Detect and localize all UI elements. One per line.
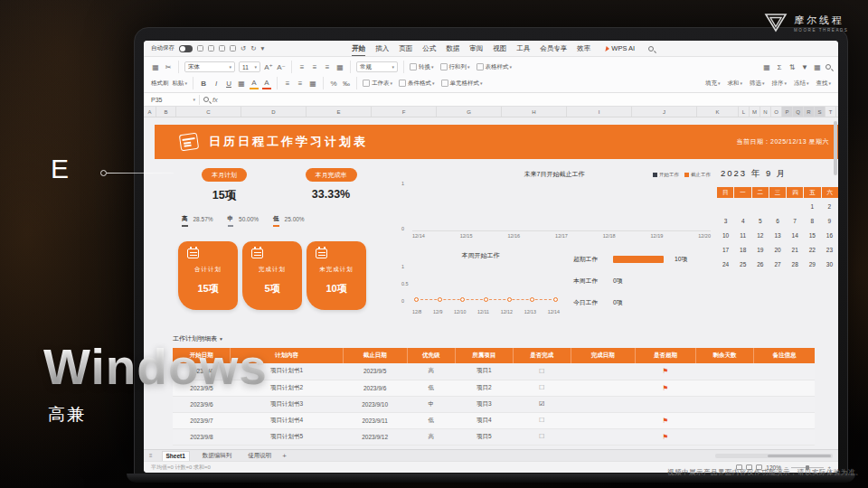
- day-cell[interactable]: 14: [787, 229, 804, 243]
- table-header-cell[interactable]: 备注信息: [754, 348, 816, 363]
- ribbon-tool-button[interactable]: 查找▾: [816, 80, 831, 88]
- column-header[interactable]: H: [502, 107, 567, 117]
- paste-icon[interactable]: ▦: [151, 61, 160, 73]
- table-row[interactable]: 2023/9/6 项目计划书3 2023/9/10 中 项目3 ☑ ⚑: [173, 396, 815, 412]
- autosave-toggle[interactable]: [179, 45, 193, 52]
- day-cell[interactable]: [734, 200, 751, 214]
- column-header[interactable]: N: [760, 107, 771, 117]
- format-painter-button[interactable]: 格式刷: [151, 80, 169, 88]
- wps-ai-button[interactable]: WPS AI: [606, 44, 635, 52]
- table-header-cell[interactable]: 截止日期: [343, 348, 407, 363]
- column-header[interactable]: L: [739, 107, 750, 117]
- day-cell[interactable]: 1: [804, 200, 821, 214]
- undo-icon[interactable]: ↺: [241, 44, 246, 52]
- valign-middle-icon[interactable]: ≡: [296, 78, 305, 89]
- sheet-tab[interactable]: 使用说明: [244, 451, 275, 461]
- autosum-icon[interactable]: Σ: [775, 61, 784, 73]
- day-cell[interactable]: 30: [821, 258, 838, 272]
- menu-tab[interactable]: 页面: [399, 42, 412, 56]
- filter-icon[interactable]: ▼: [800, 61, 809, 73]
- menu-tab[interactable]: 数据: [446, 42, 459, 56]
- preview-icon[interactable]: [230, 45, 236, 52]
- column-header[interactable]: O: [771, 107, 782, 117]
- ribbon-tool-button[interactable]: 排序▾: [771, 80, 787, 88]
- ribbon-button[interactable]: 单元格样式▾: [441, 80, 483, 88]
- fx-icon[interactable]: fx: [212, 96, 218, 104]
- print-icon[interactable]: [219, 45, 225, 52]
- day-cell[interactable]: 25: [734, 258, 751, 272]
- ribbon-button[interactable]: 工作表▾: [363, 80, 392, 88]
- day-cell[interactable]: 6: [769, 214, 786, 229]
- ribbon-button[interactable]: 表格样式▾: [476, 63, 513, 71]
- font-size-select[interactable]: 11▾: [239, 61, 260, 72]
- day-cell[interactable]: 26: [751, 258, 769, 272]
- column-header[interactable]: B: [156, 107, 176, 117]
- formula-search-icon[interactable]: [203, 97, 209, 102]
- vertical-scrollbar[interactable]: [834, 121, 837, 175]
- day-cell[interactable]: 12: [751, 229, 769, 243]
- column-header[interactable]: P: [782, 107, 793, 117]
- day-cell[interactable]: 22: [804, 243, 821, 258]
- bold-button[interactable]: B: [199, 78, 208, 89]
- percent-icon[interactable]: %: [329, 78, 338, 89]
- menu-tab[interactable]: 公式: [422, 42, 436, 56]
- horizontal-scrollbar[interactable]: [715, 454, 833, 458]
- ribbon-button[interactable]: 转换▾: [410, 63, 434, 71]
- day-cell[interactable]: [787, 200, 804, 214]
- column-header[interactable]: M: [750, 107, 760, 117]
- day-cell[interactable]: 19: [751, 243, 769, 258]
- menu-tab[interactable]: 开始: [352, 42, 365, 56]
- day-cell[interactable]: 23: [821, 243, 838, 258]
- redo-icon[interactable]: ↻: [250, 44, 256, 52]
- font-name-select[interactable]: 宋体▾: [184, 61, 235, 72]
- sort-icon[interactable]: ⇅: [788, 61, 797, 73]
- day-cell[interactable]: 3: [717, 214, 734, 229]
- menu-tab[interactable]: 审阅: [469, 42, 483, 56]
- menu-tab[interactable]: 效率: [577, 42, 590, 56]
- day-cell[interactable]: 7: [787, 214, 804, 229]
- done-checkbox[interactable]: ☐: [539, 384, 544, 390]
- ribbon-tool-button[interactable]: 筛选▾: [750, 80, 765, 88]
- day-cell[interactable]: 5: [751, 214, 769, 229]
- ribbon-tool-button[interactable]: 填充▾: [705, 80, 721, 88]
- day-cell[interactable]: [769, 200, 786, 214]
- sheet-nav-icon[interactable]: ≡: [149, 453, 155, 458]
- table-header-cell[interactable]: 优先级: [407, 348, 455, 363]
- day-cell[interactable]: 2: [821, 200, 838, 214]
- paste-button[interactable]: 粘贴▾: [173, 80, 188, 88]
- day-cell[interactable]: 17: [717, 243, 734, 258]
- day-cell[interactable]: 8: [804, 214, 821, 229]
- align-left-icon[interactable]: ≡: [297, 61, 307, 73]
- day-cell[interactable]: 28: [787, 258, 804, 272]
- done-checkbox[interactable]: ☑: [539, 400, 544, 407]
- search-icon[interactable]: [648, 46, 654, 52]
- column-header[interactable]: S: [815, 107, 826, 117]
- column-header[interactable]: R: [804, 107, 815, 117]
- align-right-icon[interactable]: ≡: [323, 61, 332, 73]
- day-cell[interactable]: 18: [734, 243, 751, 258]
- add-sheet-button[interactable]: +: [282, 452, 287, 460]
- font-color-icon[interactable]: A: [262, 78, 271, 89]
- table-header-cell[interactable]: 剩余天数: [696, 348, 754, 363]
- font-decrease-icon[interactable]: A⁻: [277, 61, 286, 73]
- menu-tab[interactable]: 插入: [375, 42, 389, 56]
- table-header-cell[interactable]: 是否超期: [635, 348, 695, 363]
- day-cell[interactable]: 11: [734, 229, 751, 243]
- sheet-tab[interactable]: Sheet1: [162, 451, 190, 461]
- column-header[interactable]: G: [437, 107, 502, 117]
- permille-icon[interactable]: ‰: [342, 78, 351, 89]
- table-row[interactable]: 2023/9/8 项目计划书5 2023/9/12 高 项目5 ☐ ⚑: [173, 428, 815, 445]
- column-header[interactable]: I: [567, 107, 632, 117]
- day-cell[interactable]: 20: [769, 243, 786, 258]
- column-header[interactable]: C: [176, 107, 241, 117]
- day-cell[interactable]: 9: [821, 214, 838, 229]
- output-icon[interactable]: [208, 45, 214, 52]
- day-cell[interactable]: 10: [717, 229, 734, 243]
- wrap-text-icon[interactable]: ▦: [335, 61, 344, 73]
- table-section-label[interactable]: 工作计划明细表 ▼: [173, 334, 815, 343]
- table-row[interactable]: 2023/9/5 项目计划书2 2023/9/6 低 项目2 ☐ ⚑: [173, 380, 815, 396]
- table-header-cell[interactable]: 是否完成: [513, 348, 571, 363]
- borders-icon[interactable]: ▦: [237, 78, 246, 89]
- day-cell[interactable]: [717, 200, 734, 214]
- number-format-select[interactable]: 常规▾: [356, 61, 398, 72]
